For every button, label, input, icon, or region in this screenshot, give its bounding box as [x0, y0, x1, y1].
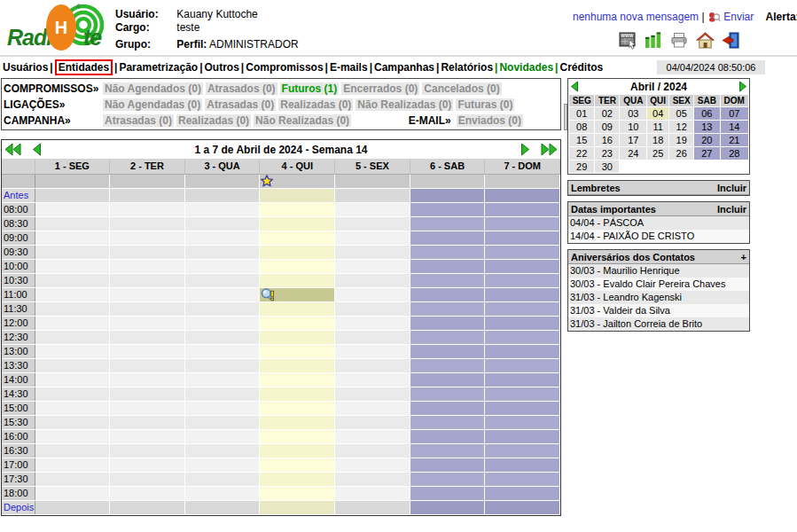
- mini-cal-day-23[interactable]: 23: [595, 147, 619, 160]
- cal-cell-16-30-1-seg[interactable]: [35, 443, 110, 458]
- next-day-icon[interactable]: [520, 143, 530, 156]
- mini-cal-day-12[interactable]: 12: [669, 121, 693, 133]
- menu-item-compromissos[interactable]: Compromissos: [245, 61, 324, 74]
- aniversarios-item[interactable]: 30/03 - Evaldo Clair Pereira Chaves: [568, 278, 749, 291]
- cal-cell-12-30-3-qua[interactable]: [184, 330, 260, 344]
- cal-after-cell-7-dom[interactable]: [485, 500, 560, 514]
- cal-after-cell-2-ter[interactable]: [110, 500, 185, 514]
- cal-cell-15-00-4-qui[interactable]: [260, 401, 335, 415]
- aniversarios-item[interactable]: 31/03 - Jailton Correia de Brito: [568, 317, 749, 331]
- menu-item-usuarios[interactable]: Usuários: [2, 61, 49, 74]
- no-new-message-link[interactable]: nenhuma nova mensagem: [573, 11, 699, 23]
- mini-cal-day-11[interactable]: 11: [647, 121, 668, 133]
- cal-allday-cell-4-qui[interactable]: [260, 174, 335, 188]
- cal-cell-12-00-2-ter[interactable]: [110, 316, 185, 330]
- cal-cell-14-30-3-qua[interactable]: [184, 387, 260, 401]
- mini-cal-day-20[interactable]: 20: [694, 134, 719, 146]
- cal-allday-cell-1-seg[interactable]: [35, 174, 110, 188]
- cal-cell-16-30-4-qui[interactable]: [260, 443, 335, 458]
- mini-cal-day-24[interactable]: 24: [620, 147, 646, 160]
- cal-cell-13-30-1-seg[interactable]: [35, 358, 110, 372]
- lembretes-incluir-button[interactable]: Incluir: [717, 183, 746, 193]
- cal-allday-cell-3-qua[interactable]: [184, 174, 260, 188]
- cal-cell-08-30-4-qui[interactable]: [260, 216, 335, 231]
- cal-after-cell-3-qua[interactable]: [184, 500, 260, 514]
- cal-cell-12-00-4-qui[interactable]: [260, 316, 335, 330]
- cal-cell-12-00-7-dom[interactable]: [485, 316, 560, 330]
- cal-cell-09-00-5-sex[interactable]: [335, 231, 410, 245]
- cal-cell-17-00-5-sex[interactable]: [335, 458, 410, 472]
- cal-cell-08-30-7-dom[interactable]: [485, 216, 560, 231]
- cal-cell-18-00-6-sab[interactable]: [410, 486, 485, 500]
- cal-before-cell-4-qui[interactable]: [260, 188, 335, 202]
- printer-button[interactable]: [670, 32, 690, 50]
- cal-cell-18-00-4-qui[interactable]: [260, 486, 335, 500]
- cal-after-cell-5-sex[interactable]: [335, 500, 410, 514]
- cal-cell-09-30-5-sex[interactable]: [335, 245, 410, 259]
- cal-cell-14-00-6-sab[interactable]: [410, 372, 485, 387]
- mini-cal-day-22[interactable]: 22: [569, 147, 594, 160]
- mini-cal-day-19[interactable]: 19: [669, 134, 693, 146]
- menu-item-creditos[interactable]: Créditos: [559, 61, 604, 74]
- cal-cell-14-00-3-qua[interactable]: [184, 372, 260, 387]
- cal-cell-17-00-4-qui[interactable]: [260, 458, 335, 472]
- cal-cell-15-30-7-dom[interactable]: [485, 415, 560, 429]
- aniversarios-expand-button[interactable]: +: [741, 252, 746, 262]
- cal-cell-10-30-2-ter[interactable]: [110, 273, 185, 287]
- cal-cell-14-00-2-ter[interactable]: [110, 372, 185, 387]
- cal-day-header-5-sex[interactable]: 5 - SEX: [335, 159, 410, 174]
- cal-cell-14-30-5-sex[interactable]: [335, 387, 410, 401]
- cal-cell-11-30-3-qua[interactable]: [184, 301, 260, 316]
- datas-importantes-incluir-button[interactable]: Incluir: [717, 204, 746, 215]
- cal-cell-16-00-3-qua[interactable]: [184, 429, 260, 443]
- cal-cell-08-30-3-qua[interactable]: [184, 216, 260, 231]
- menu-item-e-mails[interactable]: E-mails: [329, 61, 369, 74]
- mini-cal-day-01[interactable]: 01: [569, 107, 594, 120]
- cal-cell-11-00-3-qua[interactable]: [184, 287, 260, 301]
- cal-cell-12-30-5-sex[interactable]: [335, 330, 410, 344]
- mini-cal-day-16[interactable]: 16: [595, 134, 619, 146]
- menu-item-novidades[interactable]: Novidades: [498, 61, 554, 74]
- status-filter-atrasados-0[interactable]: Atrasados (0): [206, 82, 277, 95]
- cal-cell-11-30-2-ter[interactable]: [110, 301, 185, 316]
- cal-cell-14-30-4-qui[interactable]: [260, 387, 335, 401]
- status-filter-nao-agendados-0[interactable]: Não Agendados (0): [103, 82, 203, 95]
- mini-cal-day-04[interactable]: 04: [647, 107, 668, 120]
- cal-cell-11-30-4-qui[interactable]: [260, 301, 335, 316]
- cal-cell-12-30-4-qui[interactable]: [260, 330, 335, 344]
- cal-cell-13-30-7-dom[interactable]: [485, 358, 560, 372]
- cal-cell-11-30-5-sex[interactable]: [335, 301, 410, 316]
- mini-cal-prev-month-icon[interactable]: [570, 81, 579, 92]
- cal-cell-08-00-4-qui[interactable]: [260, 202, 335, 216]
- cal-cell-15-30-3-qua[interactable]: [184, 415, 260, 429]
- aniversarios-item[interactable]: 30/03 - Maurilio Henrique: [568, 264, 749, 278]
- cal-cell-11-00-1-seg[interactable]: [35, 287, 110, 301]
- cal-cell-09-00-4-qui[interactable]: [260, 231, 335, 245]
- cal-before-cell-2-ter[interactable]: [110, 188, 185, 202]
- cal-cell-09-30-4-qui[interactable]: [260, 245, 335, 259]
- cal-cell-18-00-1-seg[interactable]: [35, 486, 110, 500]
- cal-cell-14-30-6-sab[interactable]: [410, 387, 485, 401]
- cal-cell-14-30-1-seg[interactable]: [35, 387, 110, 401]
- cal-cell-12-00-6-sab[interactable]: [410, 316, 485, 330]
- cal-after-cell-4-qui[interactable]: [260, 500, 335, 514]
- cal-cell-13-00-4-qui[interactable]: [260, 344, 335, 358]
- cal-cell-10-00-2-ter[interactable]: [110, 259, 185, 273]
- cal-cell-11-00-4-qui[interactable]: [260, 287, 335, 301]
- status-filter-nao-agendadas-0[interactable]: Não Agendadas (0): [103, 98, 202, 111]
- cal-cell-18-00-7-dom[interactable]: [485, 486, 560, 500]
- next-week-icon[interactable]: [541, 143, 558, 156]
- cal-before-cell-1-seg[interactable]: [35, 188, 110, 202]
- cal-after-cell-1-seg[interactable]: [35, 500, 110, 514]
- cal-cell-13-30-2-ter[interactable]: [110, 358, 185, 372]
- mini-cal-day-06[interactable]: 06: [694, 107, 719, 120]
- prev-day-icon[interactable]: [32, 143, 42, 156]
- cal-cell-17-30-5-sex[interactable]: [335, 472, 410, 486]
- cal-cell-13-30-5-sex[interactable]: [335, 358, 410, 372]
- cal-cell-08-30-2-ter[interactable]: [110, 216, 185, 231]
- mini-cal-day-14[interactable]: 14: [721, 121, 748, 133]
- cal-cell-10-30-7-dom[interactable]: [485, 273, 560, 287]
- cal-cell-17-30-1-seg[interactable]: [35, 472, 110, 486]
- cal-cell-10-00-3-qua[interactable]: [184, 259, 260, 273]
- cal-cell-14-30-2-ter[interactable]: [110, 387, 185, 401]
